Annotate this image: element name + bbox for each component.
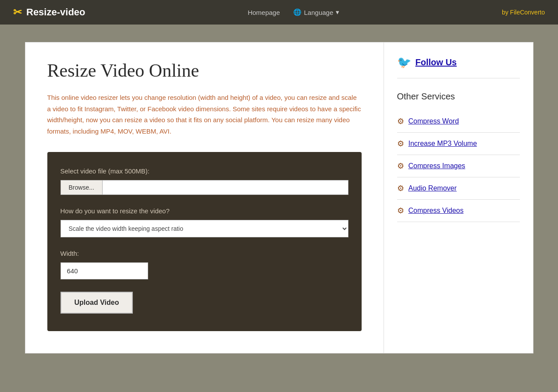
upload-button[interactable]: Upload Video	[60, 292, 133, 314]
file-name-display	[102, 180, 348, 195]
width-label: Width:	[60, 250, 348, 257]
compress-word-link[interactable]: Compress Word	[409, 117, 459, 125]
left-panel: Resize Video Online This online video re…	[25, 42, 384, 353]
width-input[interactable]	[60, 262, 148, 279]
audio-remover-link[interactable]: Audio Remover	[409, 184, 457, 192]
increase-mp3-link[interactable]: Increase MP3 Volume	[409, 140, 477, 148]
right-panel: 🐦 Follow Us Other Services ⚙ Compress Wo…	[384, 42, 533, 353]
form-area: Select video file (max 500MB): Browse...…	[47, 152, 362, 331]
by-highlight: o	[541, 9, 545, 16]
nav-byline: by FileConverto	[502, 9, 545, 16]
resize-label: How do you want to resize the video?	[60, 207, 348, 215]
logo-icon: ✂	[13, 6, 22, 18]
service-icon-2: ⚙	[397, 161, 404, 171]
compress-videos-link[interactable]: Compress Videos	[409, 207, 464, 215]
service-item: ⚙ Compress Word	[397, 110, 520, 133]
globe-icon: 🌐	[293, 8, 302, 16]
nav-center: Homepage 🌐 Language ▾	[85, 8, 502, 16]
follow-us-link[interactable]: Follow Us	[416, 57, 457, 67]
by-text: by FileConverto	[502, 9, 545, 16]
browse-button[interactable]: Browse...	[60, 180, 102, 195]
navbar: ✂ Resize-video Homepage 🌐 Language ▾ by …	[0, 0, 558, 25]
file-input-wrapper: Browse...	[60, 180, 348, 195]
homepage-link[interactable]: Homepage	[248, 9, 280, 16]
service-item: ⚙ Compress Videos	[397, 200, 520, 222]
other-services-title: Other Services	[397, 92, 520, 102]
chevron-down-icon: ▾	[336, 8, 339, 16]
language-selector[interactable]: 🌐 Language ▾	[293, 8, 340, 16]
page-title: Resize Video Online	[47, 60, 362, 81]
service-item: ⚙ Audio Remover	[397, 177, 520, 200]
service-icon-0: ⚙	[397, 117, 404, 126]
logo-text: Resize-video	[26, 7, 85, 18]
service-item: ⚙ Increase MP3 Volume	[397, 133, 520, 155]
service-icon-1: ⚙	[397, 139, 404, 148]
page-wrapper: Resize Video Online This online video re…	[25, 42, 533, 353]
follow-us-section: 🐦 Follow Us	[397, 56, 520, 78]
follow-icon: 🐦	[397, 56, 411, 69]
language-label: Language	[304, 9, 334, 16]
file-label: Select video file (max 500MB):	[60, 167, 348, 175]
service-icon-4: ⚙	[397, 206, 404, 215]
logo-link[interactable]: ✂ Resize-video	[13, 6, 85, 18]
page-description: This online video resizer lets you chang…	[47, 92, 362, 137]
resize-select[interactable]: Scale the video width keeping aspect rat…	[60, 220, 348, 237]
compress-images-link[interactable]: Compress Images	[409, 162, 466, 170]
service-icon-3: ⚙	[397, 184, 404, 193]
service-item: ⚙ Compress Images	[397, 155, 520, 177]
